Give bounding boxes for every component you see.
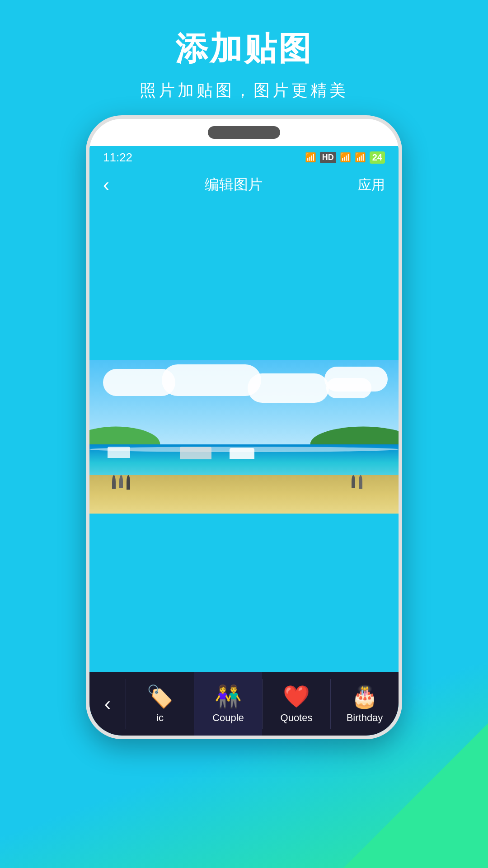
bg-accent — [343, 723, 488, 868]
tab-item-quotes[interactable]: ❤️ Quotes — [263, 672, 330, 736]
people-group-2 — [352, 475, 362, 489]
cloud-5 — [326, 378, 371, 398]
hero-section: 添加贴图 照片加贴图，图片更精美 — [140, 0, 348, 102]
sea-layer — [89, 444, 399, 475]
boat-3 — [230, 448, 254, 459]
tab-birthday-label: Birthday — [347, 712, 383, 724]
svg-point-1 — [310, 426, 399, 444]
phone-frame: 11:22 📶 HD 📶 📶 24 ‹ 编辑图片 应用 — [86, 115, 402, 739]
boat-2 — [180, 447, 211, 459]
tab-back-button[interactable]: ‹ — [89, 672, 126, 736]
hills-svg — [89, 426, 399, 444]
birthday-icon: 🎂 — [351, 684, 378, 709]
cloud-3 — [248, 373, 329, 403]
sand-layer — [89, 475, 399, 514]
tab-couple-label: Couple — [212, 712, 244, 724]
phone-screen: 11:22 📶 HD 📶 📶 24 ‹ 编辑图片 应用 — [89, 146, 399, 736]
tab-ic-label: ic — [156, 712, 164, 724]
cloud-2 — [162, 364, 261, 396]
status-time: 11:22 — [103, 151, 132, 165]
power-button[interactable] — [400, 236, 402, 291]
hero-main-title: 添加贴图 — [175, 27, 313, 71]
signal-icon: 📶 — [340, 152, 351, 163]
wifi-icon: 📶 — [305, 152, 316, 163]
volume-down-button[interactable] — [86, 245, 88, 291]
nav-bar: ‹ 编辑图片 应用 — [89, 169, 399, 201]
phone-speaker — [208, 126, 280, 139]
tab-back-arrow-icon: ‹ — [104, 693, 111, 715]
couple-icon: 👫 — [215, 684, 242, 709]
tab-item-birthday[interactable]: 🎂 Birthday — [331, 672, 399, 736]
tab-bar: ‹ 🏷️ ic 👫 Couple ❤️ Quotes — [89, 672, 399, 736]
ic-icon: 🏷️ — [146, 684, 174, 709]
hd-badge: HD — [320, 152, 336, 163]
battery-icon: 24 — [370, 151, 385, 164]
hero-sub-title: 照片加贴图，图片更精美 — [140, 80, 348, 102]
svg-point-0 — [89, 426, 160, 444]
volume-up-button[interactable] — [86, 209, 88, 236]
people-group-1 — [112, 475, 130, 490]
status-bar: 11:22 📶 HD 📶 📶 24 — [89, 146, 399, 169]
boat-1 — [108, 447, 130, 458]
back-button[interactable]: ‹ — [103, 174, 109, 196]
phone-top-bar — [89, 119, 399, 146]
beach-photo — [89, 360, 399, 514]
signal-icon-2: 📶 — [355, 152, 366, 163]
apply-button[interactable]: 应用 — [358, 176, 385, 194]
tab-quotes-label: Quotes — [281, 712, 313, 724]
tab-item-ic[interactable]: 🏷️ ic — [126, 672, 194, 736]
image-editing-area[interactable] — [89, 201, 399, 672]
tab-item-couple[interactable]: 👫 Couple — [194, 672, 262, 736]
status-icons: 📶 HD 📶 📶 24 — [305, 151, 385, 164]
sky-layer — [89, 360, 399, 444]
quotes-icon: ❤️ — [283, 684, 310, 709]
nav-title: 编辑图片 — [205, 175, 263, 195]
